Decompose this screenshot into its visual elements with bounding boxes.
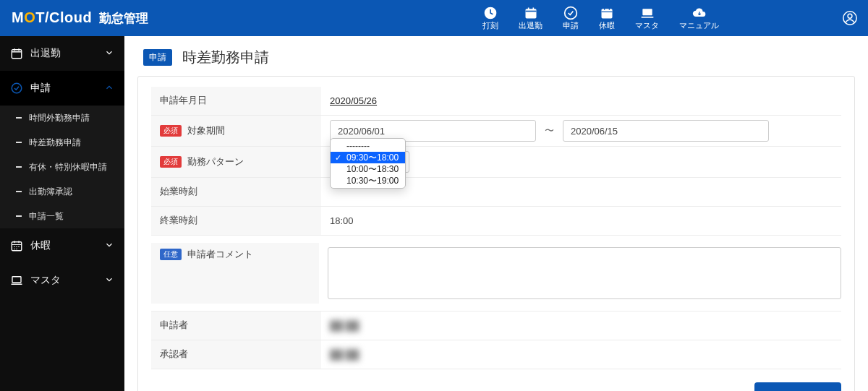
page-title-row: 申請 時差勤務申請 (143, 48, 855, 67)
page-badge: 申請 (143, 49, 172, 66)
row-comment: 任意 申請者コメント (151, 236, 841, 311)
pattern-select[interactable]: 09:30 -------- 09:30〜18:00 10:00〜18:30 1… (330, 151, 409, 173)
submit-button[interactable]: 申請 (754, 382, 841, 391)
chevron-down-icon (104, 275, 114, 287)
svg-rect-4 (642, 9, 652, 15)
required-badge: 必須 (160, 156, 182, 168)
clock-icon (483, 6, 498, 20)
form-actions: 申請 (151, 382, 841, 391)
brand-rest: T/Cloud (35, 9, 92, 25)
sidebar-vacation[interactable]: 休暇 (0, 228, 124, 263)
dash-icon (16, 191, 22, 192)
row-start-time: 始業時刻 (151, 178, 841, 207)
nav-manual[interactable]: マニュアル (679, 6, 719, 31)
brand-m: M (12, 9, 24, 25)
pattern-option-1030[interactable]: 10:30〜19:00 (331, 175, 405, 186)
request-date-value[interactable]: 2020/05/26 (330, 95, 377, 106)
sidebar-sub-overtime[interactable]: 時間外勤務申請 (0, 106, 124, 130)
sidebar-sub-approval[interactable]: 出勤簿承認 (0, 179, 124, 204)
label-period: 必須 対象期間 (151, 116, 321, 146)
nav-label: 出退勤 (519, 21, 542, 31)
dash-icon (16, 117, 22, 119)
user-menu[interactable] (842, 10, 858, 26)
brand: MOT/Cloud 勤怠管理 (12, 9, 148, 27)
nav-label: 打刻 (482, 21, 498, 31)
top-nav: 打刻 出退勤 申請 休暇 マスタ マニュアル (482, 6, 719, 31)
main-content: 申請 時差勤務申請 申請年月日 2020/05/26 必須 対象期間 〜 (124, 36, 868, 391)
nav-label: 休暇 (599, 21, 615, 31)
label-approver: 承認者 (151, 340, 321, 369)
pattern-dropdown: -------- 09:30〜18:00 10:00〜18:30 10:30〜1… (330, 138, 406, 189)
nav-label: マニュアル (679, 21, 719, 31)
row-pattern: 必須 勤務パターン 09:30 -------- 09:30〜18:00 10:… (151, 147, 841, 178)
svg-point-2 (565, 7, 577, 19)
sidebar-sub-list[interactable]: 申請一覧 (0, 204, 124, 228)
sidebar-sub-leave[interactable]: 有休・特別休暇申請 (0, 155, 124, 179)
sidebar-sub-label: 有休・特別休暇申請 (29, 161, 107, 173)
chevron-down-icon (104, 48, 114, 60)
brand-o: O (24, 9, 35, 25)
svg-rect-1 (525, 9, 536, 18)
approver-value: ██ ██ (330, 349, 359, 360)
nav-label: マスタ (635, 21, 659, 31)
form-panel: 申請年月日 2020/05/26 必須 対象期間 〜 (137, 76, 855, 391)
comment-textarea[interactable] (328, 247, 841, 299)
chevron-up-icon (104, 82, 114, 95)
cloud-download-icon (692, 6, 707, 20)
sidebar-sub-label: 時差勤務申請 (29, 137, 81, 149)
row-request-date: 申請年月日 2020/05/26 (151, 87, 841, 116)
label-request-date: 申請年月日 (151, 87, 321, 115)
user-circle-icon (842, 10, 858, 26)
applicant-value: ██ ██ (330, 320, 359, 331)
period-end-input[interactable] (563, 120, 769, 142)
brand-logo: MOT/Cloud (12, 9, 92, 26)
svg-rect-10 (12, 277, 21, 283)
pattern-option-blank[interactable]: -------- (331, 140, 405, 152)
nav-label: 申請 (563, 21, 579, 31)
nav-master[interactable]: マスタ (635, 6, 659, 31)
calendar-check-icon (524, 6, 538, 20)
brand-subtitle: 勤怠管理 (99, 10, 148, 27)
svg-rect-7 (12, 50, 22, 59)
nav-attendance[interactable]: 出退勤 (519, 6, 542, 31)
row-period: 必須 対象期間 〜 (151, 116, 841, 147)
dash-icon (16, 215, 22, 217)
tilde: 〜 (545, 124, 554, 137)
dash-icon (16, 142, 22, 143)
sidebar-master[interactable]: マスタ (0, 263, 124, 298)
nav-vacation[interactable]: 休暇 (599, 6, 615, 31)
row-applicant: 申請者 ██ ██ (151, 311, 841, 340)
label-end-time: 終業時刻 (151, 207, 321, 235)
sidebar-label: 出退勤 (30, 47, 61, 60)
page-title: 時差勤務申請 (182, 48, 269, 67)
pattern-option-1000[interactable]: 10:00〜18:30 (331, 163, 405, 175)
sidebar-label: 申請 (30, 82, 51, 95)
dash-icon (16, 166, 22, 168)
sidebar-attendance[interactable]: 出退勤 (0, 36, 124, 71)
laptop-icon (10, 274, 23, 287)
sidebar-request-submenu: 時間外勤務申請 時差勤務申請 有休・特別休暇申請 出勤簿承認 申請一覧 (0, 106, 124, 228)
sidebar-request[interactable]: 申請 (0, 71, 124, 106)
label-start-time: 始業時刻 (151, 178, 321, 206)
sidebar-label: マスタ (30, 274, 61, 287)
end-time-value: 18:00 (330, 215, 354, 226)
sidebar-sub-label: 出勤簿承認 (29, 186, 72, 198)
sidebar: 出退勤 申請 時間外勤務申請 時差勤務申請 有休・特別休暇申請 出勤簿承認 申請… (0, 36, 124, 391)
svg-rect-3 (602, 9, 613, 18)
required-badge: 必須 (160, 125, 182, 137)
svg-point-8 (12, 83, 22, 93)
sidebar-label: 休暇 (30, 239, 51, 252)
pattern-option-0930[interactable]: 09:30〜18:00 (331, 152, 405, 163)
label-applicant: 申請者 (151, 311, 321, 340)
label-pattern: 必須 勤務パターン (151, 147, 321, 177)
sidebar-sub-label: 申請一覧 (29, 210, 64, 223)
sidebar-sub-shift[interactable]: 時差勤務申請 (0, 130, 124, 155)
check-circle-icon (10, 82, 23, 95)
nav-request[interactable]: 申請 (563, 6, 579, 31)
calendar-check-icon (10, 47, 23, 60)
chevron-down-icon (104, 240, 114, 252)
nav-clock[interactable]: 打刻 (482, 6, 498, 31)
label-comment: 任意 申請者コメント (151, 243, 319, 304)
app-header: MOT/Cloud 勤怠管理 打刻 出退勤 申請 休暇 マ (0, 0, 868, 36)
calendar-icon (10, 239, 23, 252)
